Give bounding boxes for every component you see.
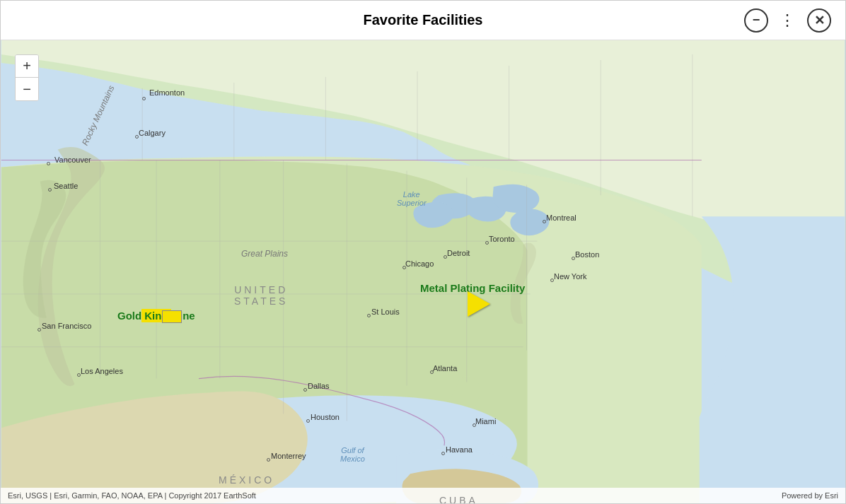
attribution-bar: Esri, USGS | Esri, Garmin, FAO, NOAA, EP… xyxy=(1,488,845,503)
metal-plating-marker[interactable] xyxy=(468,291,490,317)
zoom-out-button[interactable]: − xyxy=(16,78,38,100)
city-dot-los-angeles xyxy=(77,373,81,377)
more-options-button[interactable]: ⋮ xyxy=(780,11,796,30)
city-dot-san-francisco xyxy=(37,328,41,332)
city-dot-vancouver xyxy=(47,162,50,165)
city-dot-new-york xyxy=(550,279,554,282)
gold-king-prefix: Gold xyxy=(117,310,141,322)
city-dot-atlanta xyxy=(430,370,434,374)
city-dot-dallas xyxy=(303,388,307,392)
page-title: Favorite Facilities xyxy=(364,12,483,28)
gold-king-mine-label: Gold King Mine xyxy=(117,309,195,322)
city-dot-monterrey xyxy=(267,458,270,462)
zoom-controls: + − xyxy=(15,54,39,101)
zoom-in-button[interactable]: + xyxy=(16,55,38,78)
city-dot-seattle xyxy=(48,188,52,192)
map-svg xyxy=(1,40,845,503)
close-button[interactable]: ✕ xyxy=(807,8,831,33)
city-dot-miami xyxy=(473,423,476,427)
gold-king-mine-marker[interactable] xyxy=(162,310,182,323)
city-dot-montreal xyxy=(543,220,546,223)
city-dot-toronto xyxy=(485,241,489,245)
city-dot-st-louis xyxy=(367,314,371,317)
map-container: + − Gold King Mine Metal Plating Facilit… xyxy=(1,40,845,503)
city-dot-edmonton xyxy=(142,97,146,100)
city-dot-chicago xyxy=(402,266,406,269)
attribution-right: Powered by Esri xyxy=(782,491,838,500)
city-dot-detroit xyxy=(444,255,447,259)
app-container: Favorite Facilities − ⋮ ✕ xyxy=(0,0,846,504)
city-dot-havana xyxy=(441,452,445,455)
minimize-button[interactable]: − xyxy=(744,8,768,33)
header: Favorite Facilities − ⋮ ✕ xyxy=(1,1,845,40)
attribution-left: Esri, USGS | Esri, Garmin, FAO, NOAA, EP… xyxy=(8,491,256,500)
header-controls: − ⋮ ✕ xyxy=(744,8,831,33)
city-dot-boston xyxy=(572,257,575,260)
city-dot-houston xyxy=(306,419,310,423)
city-dot-calgary xyxy=(135,135,139,139)
